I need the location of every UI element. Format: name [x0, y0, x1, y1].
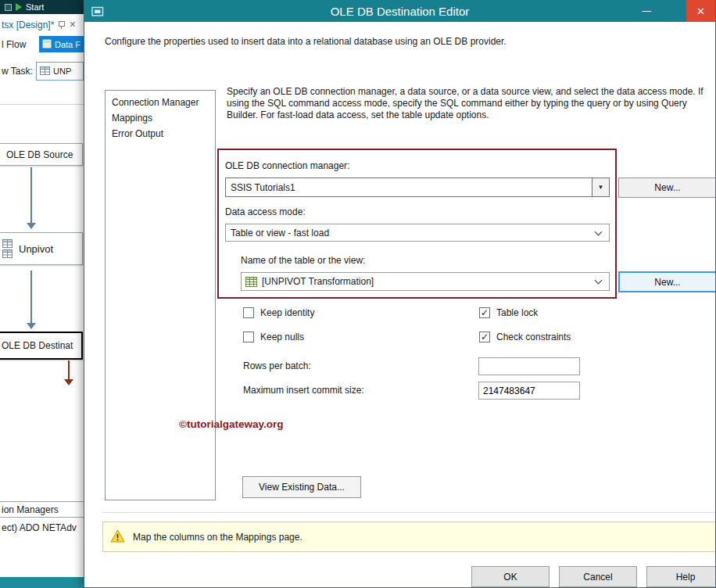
keep-identity-checkbox[interactable]: Keep identity [243, 307, 314, 319]
minimize-button[interactable]: — [632, 0, 661, 22]
toolbar-divider [0, 104, 84, 105]
warning-bar: Map the columns on the Mappings page. [102, 522, 716, 552]
task-label: w Task: [2, 66, 33, 77]
warning-icon [110, 529, 125, 545]
dialog-icon [91, 5, 104, 20]
chevron-down-icon [595, 277, 603, 285]
start-button[interactable]: Start [26, 2, 44, 12]
data-flow-icon [42, 39, 52, 50]
checkbox-box[interactable]: ✓ [479, 332, 490, 342]
toolbar-icon [5, 4, 12, 11]
ole-db-source-label: OLE DB Source [6, 149, 73, 160]
connection-managers-header: ion Managers [0, 501, 84, 518]
close-button[interactable]: ✕ [686, 0, 715, 22]
dialog-title: OLE DB Destination Editor [331, 5, 470, 18]
chevron-down-icon [595, 228, 603, 235]
keep-identity-label: Keep identity [260, 307, 314, 318]
task-combobox-value: UNP [53, 66, 71, 76]
dialog-titlebar: OLE DB Destination Editor — ✕ [84, 0, 715, 22]
keep-nulls-checkbox[interactable]: Keep nulls [243, 331, 304, 343]
ole-db-destination-box[interactable]: OLE DB Destinat [0, 332, 83, 360]
checkbox-box[interactable] [243, 307, 254, 318]
ole-db-source-box[interactable]: OLE DB Source [0, 143, 83, 166]
ole-db-destination-editor-dialog: OLE DB Destination Editor — ✕ Configure … [84, 0, 716, 588]
data-flow-tab-label: Data F [55, 40, 81, 49]
table-name-value: [UNPIVOT Transformation] [257, 276, 596, 287]
check-constraints-label: Check constraints [496, 332, 571, 342]
help-button[interactable]: Help [646, 566, 716, 587]
page-info-text: Specify an OLE DB connection manager, a … [227, 86, 714, 121]
checkbox-box[interactable]: ✓ [479, 307, 490, 318]
watermark: ©tutorialgateway.org [179, 418, 283, 430]
vs-debug-toolbar: Start [0, 0, 84, 14]
connection-manager-item-label: ect) ADO NETAdv [2, 522, 77, 533]
connection-manager-value: SSIS Tutorials1 [226, 178, 592, 196]
document-tab[interactable]: tsx [Design]* ✕ [0, 16, 84, 33]
path-line [68, 360, 70, 379]
new-table-button[interactable]: New... [618, 271, 716, 292]
check-icon: ✓ [481, 308, 489, 317]
screen: Start tsx [Design]* ✕ l Flow Data F w Ta… [0, 0, 716, 588]
path-line [30, 167, 32, 223]
dialog-description: Configure the properties used to insert … [105, 36, 507, 47]
table-lock-label: Table lock [496, 307, 538, 318]
data-access-mode-label: Data access mode: [225, 206, 306, 217]
view-existing-data-button[interactable]: View Existing Data... [242, 476, 361, 498]
warning-text: Map the columns on the Mappings page. [133, 532, 303, 543]
task-item-icon [40, 66, 50, 77]
check-icon: ✓ [481, 332, 489, 342]
data-flow-tab[interactable]: Data F [39, 36, 84, 52]
table-name-label: Name of the table or the view: [241, 255, 365, 266]
pin-icon[interactable] [58, 20, 65, 30]
check-constraints-checkbox[interactable]: ✓ Check constraints [479, 331, 571, 343]
checkbox-box[interactable] [243, 332, 254, 342]
new-connection-button[interactable]: New... [618, 177, 716, 198]
rows-per-batch-input[interactable] [478, 357, 580, 375]
ok-button[interactable]: OK [471, 566, 550, 587]
task-combobox[interactable]: UNP [36, 62, 84, 81]
table-icon [245, 277, 257, 287]
arrow-down-icon [64, 379, 73, 385]
start-debug-icon [16, 3, 22, 11]
document-tab-label: tsx [Design]* [2, 20, 54, 30]
table-lock-checkbox[interactable]: ✓ Table lock [479, 307, 538, 319]
cancel-button[interactable]: Cancel [559, 566, 637, 587]
connection-manager-item[interactable]: ect) ADO NETAdv [0, 521, 84, 535]
keep-nulls-label: Keep nulls [260, 332, 304, 342]
commit-size-label: Maximum insert commit size: [243, 385, 364, 396]
rows-per-batch-label: Rows per batch: [243, 360, 311, 371]
dropdown-button[interactable]: ▼ [592, 178, 609, 196]
dropdown-arrow-icon: ▼ [598, 184, 604, 191]
nav-item-error-output[interactable]: Error Output [106, 126, 215, 142]
nav-item-mappings[interactable]: Mappings [106, 110, 215, 126]
data-flow-path[interactable] [27, 167, 36, 229]
ole-db-destination-label: OLE DB Destinat [2, 340, 73, 351]
arrow-down-icon [27, 223, 36, 229]
connection-manager-label: OLE DB connection manager: [225, 160, 349, 171]
error-output-arrow [64, 360, 73, 385]
commit-size-input[interactable] [478, 382, 580, 400]
connection-managers-header-label: ion Managers [2, 504, 59, 515]
arrow-down-icon [27, 323, 36, 329]
unpivot-icon [2, 239, 13, 258]
data-access-mode-combobox[interactable]: Table or view - fast load [225, 224, 610, 242]
nav-item-connection-manager[interactable]: Connection Manager [106, 95, 215, 110]
table-name-combobox[interactable]: [UNPIVOT Transformation] [241, 272, 610, 291]
tab-close-icon[interactable]: ✕ [69, 20, 76, 30]
unpivot-box[interactable]: Unpivot [0, 232, 83, 265]
control-flow-tab[interactable]: l Flow [2, 39, 26, 50]
unpivot-label: Unpivot [19, 243, 53, 255]
status-bar [0, 577, 84, 588]
path-line [30, 271, 32, 323]
separator [102, 512, 716, 513]
connection-manager-combobox[interactable]: SSIS Tutorials1 ▼ [225, 177, 610, 197]
data-access-mode-value: Table or view - fast load [226, 228, 596, 238]
pages-list: Connection Manager Mappings Error Output [105, 90, 216, 500]
data-flow-path[interactable] [27, 271, 36, 329]
